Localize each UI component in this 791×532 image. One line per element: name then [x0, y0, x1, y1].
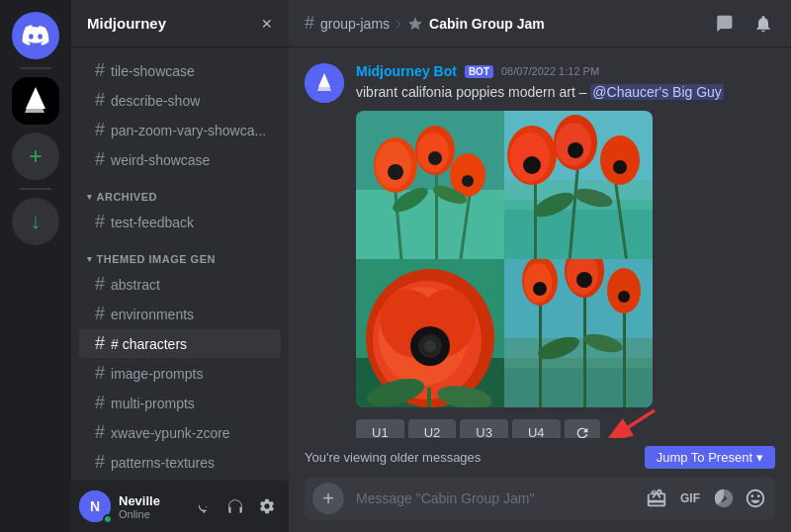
midjourney-server-icon[interactable]: [12, 77, 59, 125]
channel-item-multi-prompts[interactable]: # multi-prompts: [79, 389, 281, 417]
chevron-down-icon: ▾: [756, 450, 763, 465]
channel-item-tile-showcase[interactable]: # tile-showcase: [79, 56, 281, 85]
svg-text:N: N: [90, 498, 100, 514]
channel-list: # tile-showcase # describe-show # pan-zo…: [71, 47, 289, 481]
main-content: # group-jams › Cabin Group Jam: [289, 0, 791, 532]
server-chevron-icon: ✕: [261, 16, 273, 32]
channel-name: patterns-textures: [111, 455, 215, 471]
jump-label: Jump To Present: [657, 450, 752, 465]
u3-button[interactable]: U3: [460, 419, 508, 438]
refresh-button[interactable]: [565, 419, 600, 438]
svg-point-27: [523, 156, 541, 174]
breadcrumb: # group-jams › Cabin Group Jam: [305, 13, 545, 34]
hash-icon: #: [95, 393, 105, 413]
hash-icon: #: [95, 212, 105, 232]
server-name: Midjourney: [87, 15, 166, 32]
message-group: Midjourney Bot BOT 08/07/2022 1:12 PM vi…: [305, 63, 775, 438]
notification-icon[interactable]: [751, 12, 775, 36]
breadcrumb-separator: ›: [396, 13, 401, 34]
themed-label: THEMED IMAGE GEN: [97, 253, 216, 265]
channel-item-characters[interactable]: # # characters: [79, 329, 281, 358]
channel-name: # characters: [111, 336, 187, 352]
channel-name: image-prompts: [111, 366, 203, 382]
u2-button[interactable]: U2: [408, 419, 457, 438]
download-icon[interactable]: ↓: [12, 198, 59, 245]
u4-button[interactable]: U4: [512, 419, 561, 438]
sidebar-divider-2: [20, 188, 51, 190]
svg-point-56: [533, 282, 547, 296]
channel-item-xwave[interactable]: # xwave-ypunk-zcore: [79, 418, 281, 447]
hash-icon: #: [95, 274, 105, 295]
user-bar: N Neville Online: [71, 481, 289, 532]
sticker-icon[interactable]: [712, 487, 736, 510]
emoji-button[interactable]: [744, 487, 767, 510]
username: Neville: [119, 493, 182, 508]
gift-icon[interactable]: [645, 487, 668, 510]
message-timestamp: 08/07/2022 1:12 PM: [501, 65, 599, 77]
svg-rect-53: [623, 299, 626, 407]
message-author: Midjourney Bot: [356, 63, 457, 79]
mute-button[interactable]: [190, 492, 218, 520]
messages-area[interactable]: Midjourney Bot BOT 08/07/2022 1:12 PM vi…: [289, 47, 791, 438]
hash-icon: #: [95, 333, 105, 354]
svg-rect-7: [435, 160, 438, 259]
channel-item-pan-zoom[interactable]: # pan-zoom-vary-showca...: [79, 116, 281, 144]
image-cell-1[interactable]: [356, 111, 504, 259]
chevron-icon: ▾: [87, 192, 93, 202]
mention-tag: @Chaucer's Big Guy: [590, 84, 724, 100]
hash-icon: #: [95, 120, 105, 140]
svg-point-44: [424, 340, 436, 352]
themed-category[interactable]: ▾ THEMED IMAGE GEN: [71, 237, 289, 269]
online-status-dot: [103, 514, 113, 524]
user-info: Neville Online: [119, 493, 182, 520]
jump-to-present-button[interactable]: Jump To Present ▾: [645, 446, 775, 469]
image-cell-4[interactable]: [504, 259, 653, 407]
svg-rect-5: [356, 190, 504, 259]
headphones-button[interactable]: [221, 492, 249, 520]
channel-name: abstract: [111, 277, 160, 293]
channel-name: tile-showcase: [111, 63, 195, 79]
svg-point-32: [613, 160, 627, 174]
user-status: Online: [119, 508, 182, 520]
image-cell-2[interactable]: [504, 111, 653, 259]
channel-name: test-feedback: [111, 215, 194, 230]
channel-item-weird-showcase[interactable]: # weird-showcase: [79, 145, 281, 174]
message-input-bar: + GIF: [305, 477, 775, 520]
thread-icon[interactable]: [712, 12, 736, 36]
image-grid[interactable]: [356, 111, 653, 407]
user-avatar: N: [79, 490, 111, 522]
channel-item-test-feedback[interactable]: # test-feedback: [79, 208, 281, 236]
u1-button[interactable]: U1: [356, 419, 404, 438]
hash-icon: #: [95, 90, 105, 111]
channel-item-environments[interactable]: # environments: [79, 300, 281, 328]
svg-point-61: [618, 291, 630, 303]
user-controls: [190, 492, 281, 520]
channel-name: pan-zoom-vary-showca...: [111, 123, 266, 138]
channel-item-abstract[interactable]: # abstract: [79, 270, 281, 299]
bot-badge: BOT: [465, 65, 493, 78]
parent-channel: group-jams: [320, 16, 390, 32]
bottom-bar: You're viewing older messages Jump To Pr…: [289, 438, 791, 532]
add-server-icon[interactable]: +: [12, 133, 59, 180]
sidebar-divider: [20, 67, 51, 69]
message-text-content: vibrant califonia poppies modern art –: [356, 84, 590, 100]
add-attachment-button[interactable]: +: [312, 483, 344, 514]
discord-home-icon[interactable]: [12, 12, 59, 59]
gif-button[interactable]: GIF: [676, 487, 704, 510]
settings-button[interactable]: [253, 492, 281, 520]
channel-item-patterns-textures[interactable]: # patterns-textures: [79, 448, 281, 477]
button-row-container: U1 U2 U3 U4: [356, 415, 600, 438]
older-messages-text: You're viewing older messages: [305, 450, 481, 465]
svg-point-14: [428, 151, 442, 165]
channel-item-describe-show[interactable]: # describe-show: [79, 86, 281, 115]
channel-sidebar: Midjourney ✕ # tile-showcase # describe-…: [71, 0, 289, 532]
message-input[interactable]: [344, 490, 645, 506]
server-header[interactable]: Midjourney ✕: [71, 0, 289, 47]
image-cell-3[interactable]: [356, 259, 504, 407]
svg-point-16: [462, 175, 474, 187]
hash-icon: #: [95, 304, 105, 324]
message-header: Midjourney Bot BOT 08/07/2022 1:12 PM: [356, 63, 775, 79]
hash-icon: #: [95, 60, 105, 81]
channel-item-image-prompts[interactable]: # image-prompts: [79, 359, 281, 388]
archived-category[interactable]: ▾ ARCHIVED: [71, 175, 289, 207]
